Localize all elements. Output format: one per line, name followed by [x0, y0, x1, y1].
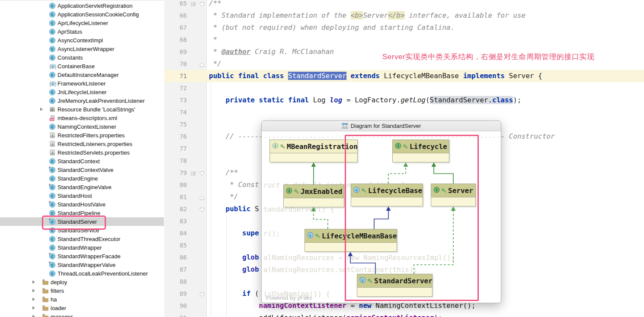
code-line[interactable]: * @author Craig R. McClanahan — [209, 46, 334, 58]
sidebar-item-standardwrappervalve[interactable]: cStandardWrapperValve — [0, 260, 164, 269]
line-number[interactable]: 74 — [164, 106, 187, 118]
sidebar-item-standardhostvalve[interactable]: cStandardHostValve — [0, 200, 164, 209]
sidebar-item-standardservice[interactable]: cStandardService — [0, 226, 164, 235]
diagram-node-lifecyclembeanbase[interactable]: cLifecycleMBeanBase — [304, 229, 397, 252]
sidebar-item-aprlifecyclelistener[interactable]: cAprLifecycleListener — [0, 19, 164, 27]
line-number[interactable]: 89 — [164, 288, 187, 300]
sidebar-item-applicationservletregistration[interactable]: cApplicationServletRegistration — [0, 1, 164, 10]
expand-arrow-icon[interactable] — [32, 306, 35, 310]
code-line[interactable]: private static final Log log = LogFactor… — [209, 94, 522, 106]
line-number[interactable]: 83 — [164, 215, 187, 227]
line-number[interactable]: 88 — [164, 276, 187, 288]
fold-marker-icon[interactable] — [199, 206, 205, 214]
sidebar-item-restrictedlisteners-properties[interactable]: RestrictedListeners.properties — [0, 139, 164, 148]
line-number[interactable]: 72 — [164, 82, 187, 94]
code-line[interactable]: */ — [209, 58, 221, 70]
sidebar-item-containerbase[interactable]: (c)ContainerBase — [0, 62, 164, 70]
sidebar-item-standardpipeline[interactable]: cStandardPipeline — [0, 209, 164, 217]
code-line[interactable]: glob — [209, 263, 259, 276]
code-line[interactable]: /** — [209, 167, 238, 179]
expand-arrow-icon[interactable] — [32, 280, 35, 284]
line-number[interactable]: 79 — [164, 167, 187, 179]
expand-arrow-icon[interactable] — [32, 289, 35, 292]
fold-marker-icon[interactable] — [199, 170, 205, 178]
sidebar-item-loader[interactable]: loader — [0, 304, 164, 312]
code-line[interactable]: /** — [209, 0, 221, 10]
sidebar-item-constants[interactable]: cConstants — [0, 53, 164, 62]
line-number[interactable]: 82 — [164, 203, 187, 215]
line-number[interactable]: 78 — [164, 155, 187, 167]
sidebar-item-manager[interactable]: manager — [0, 312, 164, 317]
diagram-node-lifecyclebase[interactable]: cLifecycleBase — [351, 184, 423, 206]
diagram-node-standardserver[interactable]: cStandardServer — [357, 274, 433, 297]
sidebar-item-standardwrapperfacade[interactable]: cStandardWrapperFacade — [0, 252, 164, 260]
sidebar-item-applicationsessioncookieconfig[interactable]: cApplicationSessionCookieConfig — [0, 10, 164, 19]
sidebar-item-frameworklistener[interactable]: (c)FrameworkListener — [0, 79, 164, 88]
line-number[interactable]: 86 — [164, 251, 187, 263]
line-number[interactable]: 90 — [164, 300, 187, 312]
line-number[interactable]: 68 — [164, 34, 187, 46]
sidebar-item-jrememoryleakpreventionlistener[interactable]: cJreMemoryLeakPreventionListener — [0, 96, 164, 105]
sidebar-item-standardcontextvalve[interactable]: cStandardContextValve — [0, 165, 164, 174]
sidebar-item-restrictedfilters-properties[interactable]: RestrictedFilters.properties — [0, 131, 164, 139]
expand-arrow-icon[interactable] — [32, 315, 35, 317]
sidebar-item-aprstatus[interactable]: cAprStatus — [0, 27, 164, 36]
sidebar-item-standardserver[interactable]: cStandardServer — [0, 217, 164, 226]
diagram-popup-titlebar[interactable]: Diagram for StandardServer — [262, 121, 501, 131]
sidebar-item-mbeans-descriptors-xml[interactable]: <>mbeans-descriptors.xml — [0, 114, 164, 122]
code-line[interactable]: public final class StandardServer extend… — [209, 70, 542, 82]
diagram-node-server[interactable]: IServer — [431, 184, 476, 206]
sidebar-item-standardhost[interactable]: cStandardHost — [0, 191, 164, 200]
code-line[interactable]: * Const — [209, 179, 259, 191]
sidebar-item-resource-bundle-localstrings-[interactable]: Resource Bundle 'LocalStrings' — [0, 105, 164, 114]
fold-marker-icon[interactable] — [199, 61, 205, 69]
fold-marker-icon[interactable] — [199, 1, 205, 9]
line-number[interactable]: 75 — [164, 118, 187, 130]
code-line[interactable]: public S — [209, 203, 259, 215]
line-number[interactable]: 65 — [164, 0, 187, 10]
sidebar-item-asynccontextimpl[interactable]: cAsyncContextImpl — [0, 36, 164, 44]
code-line[interactable]: addLifecycleListener(namingContextListen… — [209, 312, 442, 317]
code-line[interactable]: * (but not required) when deploying and … — [209, 22, 455, 34]
code-line[interactable]: * Standard implementation of the <b>Serv… — [209, 10, 525, 22]
sidebar-item-deploy[interactable]: deploy — [0, 278, 164, 286]
line-number[interactable]: 67 — [164, 22, 187, 34]
fold-marker-icon[interactable] — [199, 291, 205, 299]
code-line[interactable]: * — [209, 34, 217, 46]
line-number[interactable]: 73 — [164, 94, 187, 106]
sidebar-item-standardthreadexecutor[interactable]: cStandardThreadExecutor — [0, 235, 164, 243]
sidebar-item-ha[interactable]: ha — [0, 295, 164, 304]
sidebar-item-asynclistenerwrapper[interactable]: cAsyncListenerWrapper — [0, 44, 164, 53]
line-number[interactable]: 71 — [164, 70, 187, 82]
line-number[interactable]: 87 — [164, 263, 187, 276]
diagram-node-jmxenabled[interactable]: IJmxEnabled — [283, 184, 344, 207]
expand-arrow-icon[interactable] — [40, 108, 43, 111]
diagram-node-mbeanregistration[interactable]: IMBeanRegistration — [269, 139, 358, 162]
gutter-menu-icon[interactable] — [191, 1, 196, 9]
line-number[interactable]: 80 — [164, 179, 187, 191]
line-number[interactable]: 69 — [164, 46, 187, 58]
code-line[interactable]: */ — [209, 191, 238, 203]
line-number[interactable]: 76 — [164, 130, 187, 143]
sidebar-item-restrictedservlets-properties[interactable]: RestrictedServlets.properties — [0, 148, 164, 157]
sidebar-item-standardcontext[interactable]: cStandardContext — [0, 157, 164, 165]
sidebar-item-namingcontextlistener[interactable]: cNamingContextListener — [0, 122, 164, 131]
line-number[interactable]: 81 — [164, 191, 187, 203]
expand-arrow-icon[interactable] — [32, 298, 35, 301]
sidebar-item-standardengine[interactable]: cStandardEngine — [0, 174, 164, 183]
code-line[interactable]: supe — [209, 227, 259, 239]
gutter-menu-icon[interactable] — [191, 170, 196, 178]
code-line[interactable]: if ( — [209, 288, 259, 300]
diagram-popup[interactable]: Diagram for StandardServer -------------… — [261, 120, 501, 303]
line-number[interactable]: 70 — [164, 58, 187, 70]
line-number[interactable]: 66 — [164, 10, 187, 22]
sidebar-item-filters[interactable]: filters — [0, 286, 164, 295]
fold-marker-icon[interactable] — [199, 194, 205, 202]
sidebar-item-threadlocalleakpreventionlistener[interactable]: cThreadLocalLeakPreventionListener — [0, 269, 164, 278]
sidebar-item-jnilifecyclelistener[interactable]: cJniLifecycleListener — [0, 88, 164, 96]
code-line[interactable]: glob — [209, 251, 259, 263]
diagram-node-lifecycle[interactable]: ILifecycle — [392, 139, 449, 162]
line-number[interactable]: 91 — [164, 312, 187, 317]
sidebar-item-standardwrapper[interactable]: cStandardWrapper — [0, 243, 164, 252]
line-number[interactable]: 77 — [164, 143, 187, 155]
